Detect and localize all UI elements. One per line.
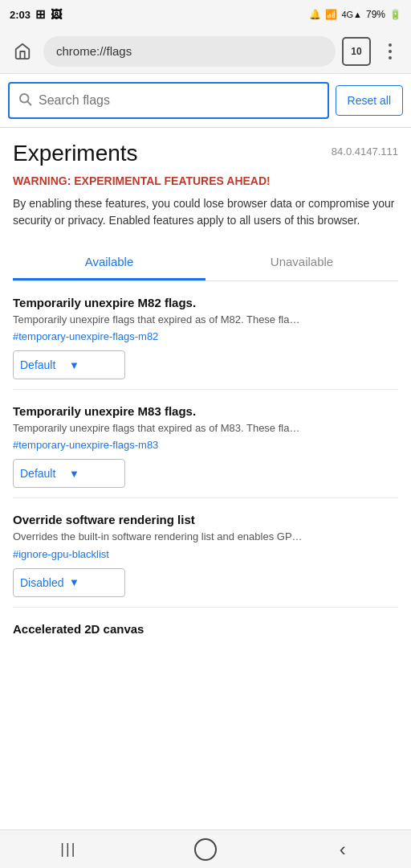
flag-title: Override software rendering list xyxy=(13,513,398,526)
status-left: 2:03 ⊞ 🖼 xyxy=(10,7,62,22)
flag-item: Accelerated 2D canvas xyxy=(13,608,398,636)
flag-anchor-link[interactable]: #temporary-unexpire-flags-m82 xyxy=(13,330,398,342)
recents-button[interactable]: ||| xyxy=(44,833,92,866)
grid-icon: ⊞ xyxy=(35,7,46,22)
search-bar-row: Reset all xyxy=(0,74,411,128)
more-options-button[interactable] xyxy=(377,37,403,66)
experiments-header: Experiments 84.0.4147.111 xyxy=(13,141,398,166)
address-field[interactable]: chrome://flags xyxy=(43,36,336,67)
back-button[interactable]: ‹ xyxy=(319,833,367,866)
tab-count: 10 xyxy=(351,46,361,57)
flag-title: Temporarily unexpire M82 flags. xyxy=(13,296,398,309)
flag-anchor-link[interactable]: #ignore-gpu-blacklist xyxy=(13,548,398,560)
url-text: chrome://flags xyxy=(56,44,132,58)
flag-item: Temporarily unexpire M83 flags. Temporar… xyxy=(13,390,398,498)
svg-line-4 xyxy=(27,101,31,104)
tab-available[interactable]: Available xyxy=(13,245,206,280)
flag-item: Temporarily unexpire M82 flags. Temporar… xyxy=(13,281,398,390)
time-display: 2:03 xyxy=(10,9,31,21)
flag-title: Temporarily unexpire M83 flags. xyxy=(13,404,398,418)
battery-text: 79% xyxy=(366,9,385,20)
flag-anchor-link[interactable]: #temporary-unexpire-flags-m83 xyxy=(13,439,398,451)
tabs-row: Available Unavailable xyxy=(13,245,398,281)
search-input[interactable] xyxy=(39,93,319,108)
address-bar: chrome://flags 10 xyxy=(0,29,411,74)
tab-unavailable[interactable]: Unavailable xyxy=(206,245,398,280)
flag-item: Override software rendering list Overrid… xyxy=(13,498,398,607)
warning-text: WARNING: EXPERIMENTAL FEATURES AHEAD! xyxy=(13,174,398,187)
flag-select-wrapper: Default Enabled Disabled ▼ xyxy=(13,350,125,379)
description-text: By enabling these features, you could lo… xyxy=(13,195,398,229)
signal-icon: 4G▲ xyxy=(341,10,362,19)
status-bar: 2:03 ⊞ 🖼 🔔 📶 4G▲ 79% 🔋 xyxy=(0,0,411,29)
home-nav-button[interactable] xyxy=(181,833,230,866)
battery-icon: 🔋 xyxy=(389,9,401,20)
flag-select[interactable]: Default Enabled Disabled xyxy=(14,569,87,596)
svg-point-1 xyxy=(389,50,392,53)
search-input-wrapper xyxy=(8,82,329,119)
version-text: 84.0.4147.111 xyxy=(332,141,398,158)
flag-title: Accelerated 2D canvas xyxy=(13,622,398,636)
flag-description: Temporarily unexpire flags that expired … xyxy=(13,313,398,327)
reset-all-button[interactable]: Reset all xyxy=(336,85,403,116)
flag-description: Overrides the built-in software renderin… xyxy=(13,530,398,544)
flag-list: Temporarily unexpire M82 flags. Temporar… xyxy=(13,281,398,687)
home-nav-icon xyxy=(194,838,217,861)
bottom-nav: ||| ‹ xyxy=(0,829,411,868)
flag-select-wrapper: Default Enabled Disabled ▼ xyxy=(13,568,125,597)
tab-count-button[interactable]: 10 xyxy=(342,37,371,66)
image-icon: 🖼 xyxy=(51,8,62,21)
search-icon xyxy=(18,92,32,110)
back-icon: ‹ xyxy=(340,838,346,861)
recents-icon: ||| xyxy=(60,841,76,858)
flag-select-wrapper: Default Enabled Disabled ▼ xyxy=(13,459,125,488)
home-button[interactable] xyxy=(8,37,37,66)
main-content: Experiments 84.0.4147.111 WARNING: EXPER… xyxy=(0,128,411,687)
wifi-icon: 📶 xyxy=(325,9,337,20)
page-title: Experiments xyxy=(13,141,138,166)
flag-description: Temporarily unexpire flags that expired … xyxy=(13,421,398,436)
svg-point-0 xyxy=(389,43,392,47)
flag-select[interactable]: Default Enabled Disabled xyxy=(14,351,87,379)
status-right: 🔔 📶 4G▲ 79% 🔋 xyxy=(309,9,401,20)
svg-point-2 xyxy=(389,56,392,59)
flag-select[interactable]: Default Enabled Disabled xyxy=(14,460,87,487)
alarm-icon: 🔔 xyxy=(309,9,321,20)
